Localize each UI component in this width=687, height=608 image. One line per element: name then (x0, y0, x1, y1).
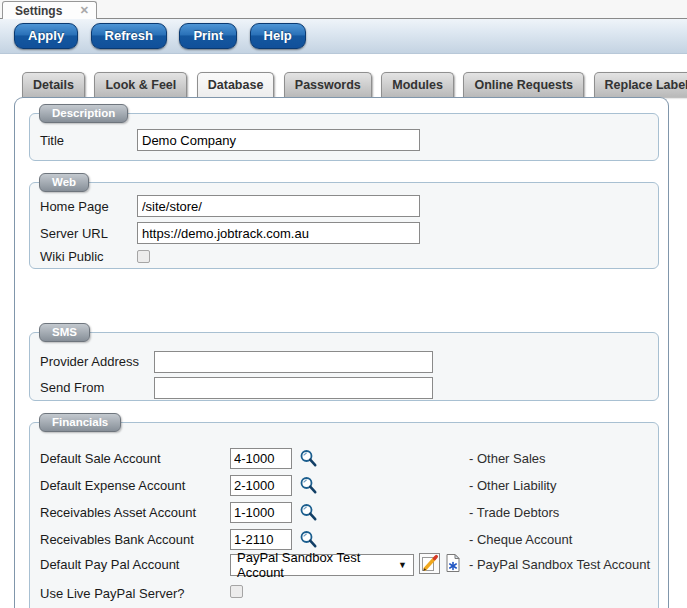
wiki-public-label: Wiki Public (40, 249, 104, 264)
receivables-asset-account-row: Receivables Asset Account - Trade Debtor… (30, 502, 660, 524)
default-sale-account-label: Default Sale Account (40, 451, 161, 466)
default-sale-account-input[interactable] (230, 448, 292, 469)
settings-tab-title: Settings (3, 4, 62, 18)
provider-address-label: Provider Address (40, 354, 139, 369)
financials-section: Financials Default Sale Account - Other … (29, 422, 659, 608)
web-legend: Web (39, 173, 89, 192)
apply-button[interactable]: Apply (14, 23, 78, 49)
tab-passwords[interactable]: Passwords (284, 72, 372, 97)
paypal-selected-option: PayPal Sandbox Test Account (237, 550, 398, 580)
toolbar: Apply Refresh Print Help (0, 19, 687, 54)
server-url-label: Server URL (40, 226, 108, 241)
home-page-label: Home Page (40, 199, 109, 214)
default-sale-account-row: Default Sale Account - Other Sales (30, 448, 660, 470)
web-section: Web Home Page Server URL Wiki Public (29, 182, 659, 269)
dropdown-arrow-icon: ▼ (398, 560, 407, 570)
receivables-bank-account-input[interactable] (230, 529, 292, 550)
sms-legend: SMS (39, 323, 90, 342)
settings-tab-bar: Details Look & Feel Database Passwords M… (22, 72, 687, 97)
send-from-input[interactable] (154, 377, 433, 399)
settings-document-tab[interactable]: Settings ✕ (2, 1, 97, 19)
financials-legend: Financials (39, 413, 121, 432)
use-live-paypal-row: Use Live PayPal Server? (30, 583, 660, 605)
tab-replace-labels[interactable]: Replace Labels (594, 72, 687, 97)
account-comment: - Other Liability (469, 478, 556, 493)
default-expense-account-row: Default Expense Account - Other Liabilit… (30, 475, 660, 497)
use-live-paypal-label: Use Live PayPal Server? (40, 586, 185, 601)
default-paypal-account-select[interactable]: PayPal Sandbox Test Account ▼ (230, 554, 414, 576)
title-input[interactable] (137, 129, 420, 151)
provider-address-input[interactable] (154, 351, 433, 373)
paypal-comment: - PayPal Sandbox Test Account (469, 557, 650, 572)
new-record-icon[interactable] (443, 553, 463, 573)
receivables-bank-account-label: Receivables Bank Account (40, 532, 194, 547)
send-from-label: Send From (40, 380, 104, 395)
help-button[interactable]: Help (250, 23, 306, 49)
lookup-icon[interactable] (299, 503, 318, 522)
sms-section: SMS Provider Address Send From (29, 332, 659, 401)
default-paypal-account-label: Default Pay Pal Account (40, 557, 179, 572)
tab-online-requests[interactable]: Online Requests (463, 72, 584, 97)
refresh-button[interactable]: Refresh (91, 23, 167, 49)
lookup-icon[interactable] (299, 530, 318, 549)
receivables-asset-account-label: Receivables Asset Account (40, 505, 196, 520)
title-label: Title (40, 133, 64, 148)
description-section: Description Title (29, 113, 659, 161)
receivables-bank-account-row: Receivables Bank Account - Cheque Accoun… (30, 529, 660, 551)
lookup-icon[interactable] (299, 476, 318, 495)
document-tab-strip: Settings ✕ (0, 0, 687, 19)
tab-database[interactable]: Database (197, 72, 275, 97)
home-page-input[interactable] (137, 195, 420, 217)
tab-modules[interactable]: Modules (381, 72, 454, 97)
description-legend: Description (39, 104, 128, 123)
default-expense-account-input[interactable] (230, 475, 292, 496)
print-button[interactable]: Print (179, 23, 237, 49)
account-comment: - Other Sales (469, 451, 546, 466)
tab-details[interactable]: Details (22, 72, 85, 97)
database-settings-panel: Description Title Web Home Page Server U… (14, 97, 669, 608)
close-icon[interactable]: ✕ (80, 4, 89, 17)
wiki-public-checkbox[interactable] (137, 250, 150, 263)
tab-look-and-feel[interactable]: Look & Feel (94, 72, 187, 97)
server-url-input[interactable] (137, 222, 420, 244)
account-comment: - Cheque Account (469, 532, 572, 547)
receivables-asset-account-input[interactable] (230, 502, 292, 523)
edit-icon[interactable] (419, 553, 440, 574)
lookup-icon[interactable] (299, 449, 318, 468)
default-paypal-account-row: Default Pay Pal Account PayPal Sandbox T… (30, 554, 660, 576)
default-expense-account-label: Default Expense Account (40, 478, 185, 493)
use-live-paypal-checkbox[interactable] (230, 585, 243, 598)
account-comment: - Trade Debtors (469, 505, 559, 520)
